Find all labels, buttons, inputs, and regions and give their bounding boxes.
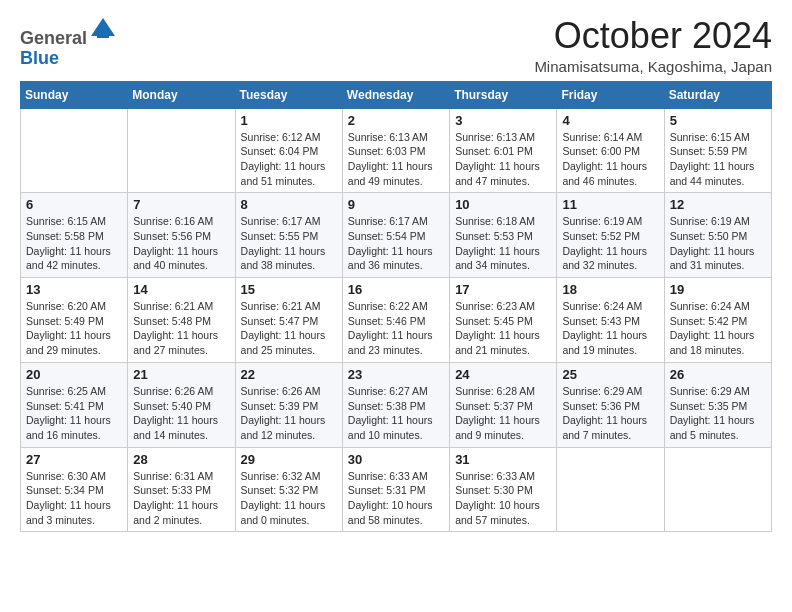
day-info: Sunrise: 6:19 AMSunset: 5:50 PMDaylight:… [670,214,766,273]
day-number: 28 [133,452,229,467]
day-info: Sunrise: 6:23 AMSunset: 5:45 PMDaylight:… [455,299,551,358]
title-block: October 2024 Minamisatsuma, Kagoshima, J… [534,16,772,75]
day-number: 13 [26,282,122,297]
calendar-week-1: 6 Sunrise: 6:15 AMSunset: 5:58 PMDayligh… [21,193,772,278]
calendar-cell: 4 Sunrise: 6:14 AMSunset: 6:00 PMDayligh… [557,108,664,193]
day-info: Sunrise: 6:28 AMSunset: 5:37 PMDaylight:… [455,384,551,443]
day-number: 31 [455,452,551,467]
day-info: Sunrise: 6:14 AMSunset: 6:00 PMDaylight:… [562,130,658,189]
logo: General Blue [20,16,117,69]
svg-marker-0 [91,18,115,36]
day-number: 2 [348,113,444,128]
calendar-week-4: 27 Sunrise: 6:30 AMSunset: 5:34 PMDaylig… [21,447,772,532]
calendar-cell: 24 Sunrise: 6:28 AMSunset: 5:37 PMDaylig… [450,362,557,447]
calendar-cell: 21 Sunrise: 6:26 AMSunset: 5:40 PMDaylig… [128,362,235,447]
month-title: October 2024 [534,16,772,56]
day-info: Sunrise: 6:15 AMSunset: 5:59 PMDaylight:… [670,130,766,189]
day-info: Sunrise: 6:33 AMSunset: 5:31 PMDaylight:… [348,469,444,528]
day-number: 15 [241,282,337,297]
day-info: Sunrise: 6:13 AMSunset: 6:03 PMDaylight:… [348,130,444,189]
day-number: 20 [26,367,122,382]
day-number: 17 [455,282,551,297]
day-number: 3 [455,113,551,128]
calendar-cell: 14 Sunrise: 6:21 AMSunset: 5:48 PMDaylig… [128,278,235,363]
day-number: 8 [241,197,337,212]
day-info: Sunrise: 6:22 AMSunset: 5:46 PMDaylight:… [348,299,444,358]
calendar-cell: 23 Sunrise: 6:27 AMSunset: 5:38 PMDaylig… [342,362,449,447]
calendar-cell: 25 Sunrise: 6:29 AMSunset: 5:36 PMDaylig… [557,362,664,447]
day-number: 6 [26,197,122,212]
calendar-week-2: 13 Sunrise: 6:20 AMSunset: 5:49 PMDaylig… [21,278,772,363]
day-info: Sunrise: 6:26 AMSunset: 5:40 PMDaylight:… [133,384,229,443]
day-info: Sunrise: 6:27 AMSunset: 5:38 PMDaylight:… [348,384,444,443]
calendar-cell: 29 Sunrise: 6:32 AMSunset: 5:32 PMDaylig… [235,447,342,532]
calendar-cell [128,108,235,193]
calendar-cell: 13 Sunrise: 6:20 AMSunset: 5:49 PMDaylig… [21,278,128,363]
calendar-week-0: 1 Sunrise: 6:12 AMSunset: 6:04 PMDayligh… [21,108,772,193]
day-number: 10 [455,197,551,212]
calendar-cell: 26 Sunrise: 6:29 AMSunset: 5:35 PMDaylig… [664,362,771,447]
logo-blue-text: Blue [20,48,59,68]
day-number: 12 [670,197,766,212]
day-info: Sunrise: 6:31 AMSunset: 5:33 PMDaylight:… [133,469,229,528]
calendar-cell: 9 Sunrise: 6:17 AMSunset: 5:54 PMDayligh… [342,193,449,278]
day-info: Sunrise: 6:17 AMSunset: 5:54 PMDaylight:… [348,214,444,273]
day-info: Sunrise: 6:25 AMSunset: 5:41 PMDaylight:… [26,384,122,443]
day-number: 29 [241,452,337,467]
col-monday: Monday [128,81,235,108]
calendar-cell: 19 Sunrise: 6:24 AMSunset: 5:42 PMDaylig… [664,278,771,363]
calendar-cell: 11 Sunrise: 6:19 AMSunset: 5:52 PMDaylig… [557,193,664,278]
calendar-cell: 10 Sunrise: 6:18 AMSunset: 5:53 PMDaylig… [450,193,557,278]
day-number: 24 [455,367,551,382]
col-friday: Friday [557,81,664,108]
location: Minamisatsuma, Kagoshima, Japan [534,58,772,75]
col-thursday: Thursday [450,81,557,108]
day-number: 21 [133,367,229,382]
calendar-cell: 20 Sunrise: 6:25 AMSunset: 5:41 PMDaylig… [21,362,128,447]
day-info: Sunrise: 6:32 AMSunset: 5:32 PMDaylight:… [241,469,337,528]
col-wednesday: Wednesday [342,81,449,108]
day-number: 22 [241,367,337,382]
day-number: 16 [348,282,444,297]
calendar-table: Sunday Monday Tuesday Wednesday Thursday… [20,81,772,533]
calendar-cell: 16 Sunrise: 6:22 AMSunset: 5:46 PMDaylig… [342,278,449,363]
calendar-cell: 31 Sunrise: 6:33 AMSunset: 5:30 PMDaylig… [450,447,557,532]
day-number: 1 [241,113,337,128]
day-number: 26 [670,367,766,382]
day-number: 27 [26,452,122,467]
day-number: 7 [133,197,229,212]
calendar-cell [557,447,664,532]
day-info: Sunrise: 6:17 AMSunset: 5:55 PMDaylight:… [241,214,337,273]
logo-icon [89,16,117,44]
day-info: Sunrise: 6:33 AMSunset: 5:30 PMDaylight:… [455,469,551,528]
day-number: 19 [670,282,766,297]
calendar-cell: 28 Sunrise: 6:31 AMSunset: 5:33 PMDaylig… [128,447,235,532]
calendar-cell: 5 Sunrise: 6:15 AMSunset: 5:59 PMDayligh… [664,108,771,193]
day-number: 4 [562,113,658,128]
day-number: 14 [133,282,229,297]
calendar-cell [21,108,128,193]
calendar-cell: 3 Sunrise: 6:13 AMSunset: 6:01 PMDayligh… [450,108,557,193]
day-number: 5 [670,113,766,128]
calendar-cell: 22 Sunrise: 6:26 AMSunset: 5:39 PMDaylig… [235,362,342,447]
calendar-cell: 8 Sunrise: 6:17 AMSunset: 5:55 PMDayligh… [235,193,342,278]
calendar-cell: 7 Sunrise: 6:16 AMSunset: 5:56 PMDayligh… [128,193,235,278]
calendar-cell: 30 Sunrise: 6:33 AMSunset: 5:31 PMDaylig… [342,447,449,532]
day-info: Sunrise: 6:12 AMSunset: 6:04 PMDaylight:… [241,130,337,189]
calendar-cell: 18 Sunrise: 6:24 AMSunset: 5:43 PMDaylig… [557,278,664,363]
calendar-cell: 17 Sunrise: 6:23 AMSunset: 5:45 PMDaylig… [450,278,557,363]
day-number: 11 [562,197,658,212]
day-info: Sunrise: 6:21 AMSunset: 5:48 PMDaylight:… [133,299,229,358]
calendar-cell: 12 Sunrise: 6:19 AMSunset: 5:50 PMDaylig… [664,193,771,278]
day-info: Sunrise: 6:29 AMSunset: 5:36 PMDaylight:… [562,384,658,443]
day-info: Sunrise: 6:26 AMSunset: 5:39 PMDaylight:… [241,384,337,443]
day-info: Sunrise: 6:13 AMSunset: 6:01 PMDaylight:… [455,130,551,189]
day-info: Sunrise: 6:16 AMSunset: 5:56 PMDaylight:… [133,214,229,273]
day-info: Sunrise: 6:21 AMSunset: 5:47 PMDaylight:… [241,299,337,358]
day-info: Sunrise: 6:15 AMSunset: 5:58 PMDaylight:… [26,214,122,273]
day-info: Sunrise: 6:24 AMSunset: 5:43 PMDaylight:… [562,299,658,358]
calendar-cell: 1 Sunrise: 6:12 AMSunset: 6:04 PMDayligh… [235,108,342,193]
day-info: Sunrise: 6:20 AMSunset: 5:49 PMDaylight:… [26,299,122,358]
day-info: Sunrise: 6:18 AMSunset: 5:53 PMDaylight:… [455,214,551,273]
day-number: 25 [562,367,658,382]
